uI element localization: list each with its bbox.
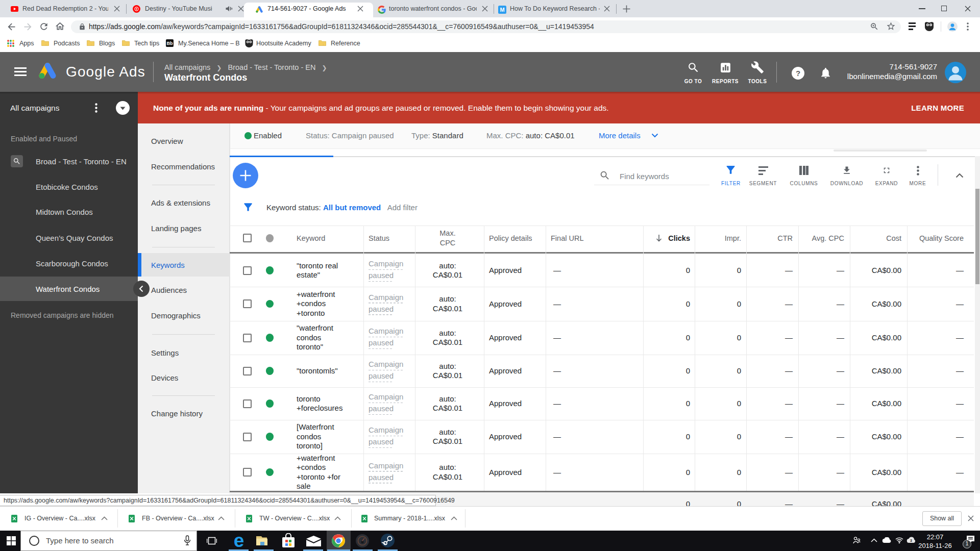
svg-text:M: M xyxy=(500,7,504,13)
svg-text:Bb: Bb xyxy=(167,41,173,46)
